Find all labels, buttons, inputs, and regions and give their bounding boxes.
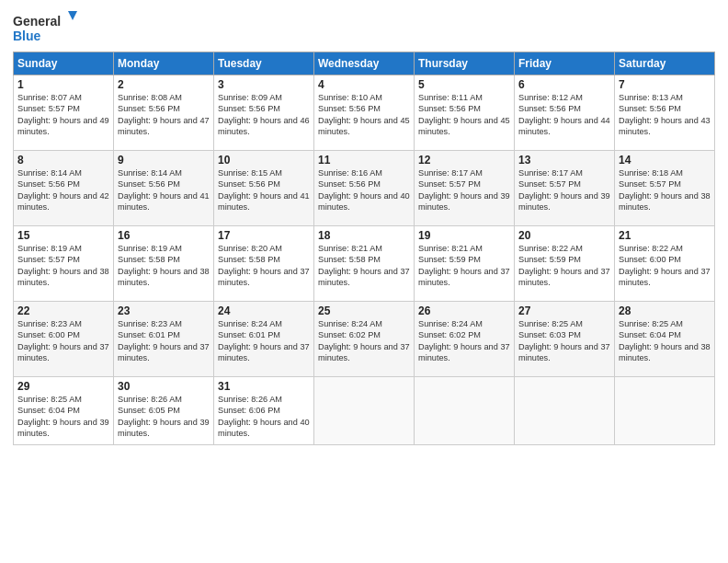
- day-number: 16: [118, 229, 210, 242]
- calendar-cell: 10 Sunrise: 8:15 AMSunset: 5:56 PMDaylig…: [214, 151, 314, 226]
- day-number: 5: [418, 78, 510, 91]
- cell-info: Sunrise: 8:14 AMSunset: 5:56 PMDaylight:…: [17, 168, 109, 212]
- day-number: 14: [619, 154, 711, 167]
- cell-info: Sunrise: 8:14 AMSunset: 5:56 PMDaylight:…: [118, 168, 210, 212]
- day-number: 1: [17, 78, 109, 91]
- cell-info: Sunrise: 8:11 AMSunset: 5:56 PMDaylight:…: [418, 93, 510, 136]
- weekday-header-tuesday: Tuesday: [214, 52, 314, 75]
- calendar-cell: 26 Sunrise: 8:24 AMSunset: 6:02 PMDaylig…: [415, 302, 515, 377]
- calendar-cell: 1 Sunrise: 8:07 AMSunset: 5:57 PMDayligh…: [14, 75, 114, 151]
- day-number: 27: [518, 304, 610, 317]
- cell-info: Sunrise: 8:07 AMSunset: 5:57 PMDaylight:…: [17, 93, 109, 136]
- calendar-cell: 18 Sunrise: 8:21 AMSunset: 5:58 PMDaylig…: [314, 226, 415, 302]
- calendar-cell: [615, 377, 715, 445]
- header: General Blue: [13, 9, 715, 46]
- day-number: 2: [118, 78, 210, 91]
- day-number: 31: [218, 380, 310, 393]
- weekday-header-saturday: Saturday: [615, 52, 715, 75]
- day-number: 25: [318, 304, 410, 317]
- calendar-cell: [415, 377, 515, 445]
- cell-info: Sunrise: 8:19 AMSunset: 5:58 PMDaylight:…: [118, 244, 210, 287]
- calendar-cell: 17 Sunrise: 8:20 AMSunset: 5:58 PMDaylig…: [214, 226, 314, 302]
- calendar-cell: 23 Sunrise: 8:23 AMSunset: 6:01 PMDaylig…: [114, 302, 214, 377]
- day-number: 23: [118, 304, 210, 317]
- day-number: 30: [118, 380, 210, 393]
- day-number: 13: [518, 154, 610, 167]
- cell-info: Sunrise: 8:26 AMSunset: 6:06 PMDaylight:…: [218, 395, 310, 438]
- cell-info: Sunrise: 8:22 AMSunset: 5:59 PMDaylight:…: [518, 244, 610, 287]
- calendar-cell: 31 Sunrise: 8:26 AMSunset: 6:06 PMDaylig…: [214, 377, 314, 445]
- calendar-cell: 29 Sunrise: 8:25 AMSunset: 6:04 PMDaylig…: [14, 377, 114, 445]
- cell-info: Sunrise: 8:25 AMSunset: 6:04 PMDaylight:…: [17, 395, 109, 438]
- calendar-cell: [515, 377, 615, 445]
- day-number: 11: [318, 154, 410, 167]
- day-number: 22: [17, 304, 109, 317]
- weekday-header-monday: Monday: [114, 52, 214, 75]
- cell-info: Sunrise: 8:21 AMSunset: 5:59 PMDaylight:…: [418, 244, 510, 287]
- cell-info: Sunrise: 8:08 AMSunset: 5:56 PMDaylight:…: [118, 93, 210, 136]
- day-number: 3: [218, 78, 310, 91]
- day-number: 21: [619, 229, 711, 242]
- weekday-header-wednesday: Wednesday: [314, 52, 415, 75]
- day-number: 4: [318, 78, 410, 91]
- cell-info: Sunrise: 8:16 AMSunset: 5:56 PMDaylight:…: [318, 168, 410, 212]
- cell-info: Sunrise: 8:24 AMSunset: 6:01 PMDaylight:…: [218, 319, 310, 362]
- cell-info: Sunrise: 8:25 AMSunset: 6:03 PMDaylight:…: [518, 319, 610, 362]
- calendar-cell: 9 Sunrise: 8:14 AMSunset: 5:56 PMDayligh…: [114, 151, 214, 226]
- day-number: 20: [518, 229, 610, 242]
- logo-svg: General Blue: [13, 9, 77, 46]
- cell-info: Sunrise: 8:17 AMSunset: 5:57 PMDaylight:…: [518, 168, 610, 212]
- calendar-cell: 13 Sunrise: 8:17 AMSunset: 5:57 PMDaylig…: [515, 151, 615, 226]
- weekday-header-friday: Friday: [515, 52, 615, 75]
- calendar-cell: 8 Sunrise: 8:14 AMSunset: 5:56 PMDayligh…: [14, 151, 114, 226]
- logo: General Blue: [13, 9, 77, 46]
- calendar-cell: 3 Sunrise: 8:09 AMSunset: 5:56 PMDayligh…: [214, 75, 314, 151]
- calendar-cell: 21 Sunrise: 8:22 AMSunset: 6:00 PMDaylig…: [615, 226, 715, 302]
- page-container: General Blue SundayMondayTuesdayWednesda…: [0, 0, 728, 453]
- cell-info: Sunrise: 8:21 AMSunset: 5:58 PMDaylight:…: [318, 244, 410, 287]
- day-number: 29: [17, 380, 109, 393]
- day-number: 7: [619, 78, 711, 91]
- cell-info: Sunrise: 8:13 AMSunset: 5:56 PMDaylight:…: [619, 93, 711, 136]
- calendar-cell: 16 Sunrise: 8:19 AMSunset: 5:58 PMDaylig…: [114, 226, 214, 302]
- calendar-cell: 20 Sunrise: 8:22 AMSunset: 5:59 PMDaylig…: [515, 226, 615, 302]
- day-number: 17: [218, 229, 310, 242]
- calendar-cell: 28 Sunrise: 8:25 AMSunset: 6:04 PMDaylig…: [615, 302, 715, 377]
- cell-info: Sunrise: 8:25 AMSunset: 6:04 PMDaylight:…: [619, 319, 711, 362]
- day-number: 28: [619, 304, 711, 317]
- day-number: 19: [418, 229, 510, 242]
- cell-info: Sunrise: 8:24 AMSunset: 6:02 PMDaylight:…: [318, 319, 410, 362]
- day-number: 18: [318, 229, 410, 242]
- calendar-cell: [314, 377, 415, 445]
- cell-info: Sunrise: 8:09 AMSunset: 5:56 PMDaylight:…: [218, 93, 310, 136]
- calendar-cell: 22 Sunrise: 8:23 AMSunset: 6:00 PMDaylig…: [14, 302, 114, 377]
- calendar-cell: 12 Sunrise: 8:17 AMSunset: 5:57 PMDaylig…: [415, 151, 515, 226]
- cell-info: Sunrise: 8:15 AMSunset: 5:56 PMDaylight:…: [218, 168, 310, 212]
- day-number: 26: [418, 304, 510, 317]
- cell-info: Sunrise: 8:22 AMSunset: 6:00 PMDaylight:…: [619, 244, 711, 287]
- day-number: 10: [218, 154, 310, 167]
- day-number: 12: [418, 154, 510, 167]
- cell-info: Sunrise: 8:23 AMSunset: 6:00 PMDaylight:…: [17, 319, 109, 362]
- cell-info: Sunrise: 8:18 AMSunset: 5:57 PMDaylight:…: [619, 168, 711, 212]
- calendar-cell: 11 Sunrise: 8:16 AMSunset: 5:56 PMDaylig…: [314, 151, 415, 226]
- svg-text:Blue: Blue: [13, 29, 41, 43]
- calendar-cell: 14 Sunrise: 8:18 AMSunset: 5:57 PMDaylig…: [615, 151, 715, 226]
- calendar-cell: 7 Sunrise: 8:13 AMSunset: 5:56 PMDayligh…: [615, 75, 715, 151]
- calendar-cell: 25 Sunrise: 8:24 AMSunset: 6:02 PMDaylig…: [314, 302, 415, 377]
- weekday-header-row: SundayMondayTuesdayWednesdayThursdayFrid…: [14, 52, 715, 75]
- calendar-cell: 5 Sunrise: 8:11 AMSunset: 5:56 PMDayligh…: [415, 75, 515, 151]
- svg-text:General: General: [13, 14, 61, 29]
- calendar-cell: 4 Sunrise: 8:10 AMSunset: 5:56 PMDayligh…: [314, 75, 415, 151]
- calendar-table: SundayMondayTuesdayWednesdayThursdayFrid…: [13, 52, 715, 445]
- day-number: 15: [17, 229, 109, 242]
- calendar-cell: 24 Sunrise: 8:24 AMSunset: 6:01 PMDaylig…: [214, 302, 314, 377]
- day-number: 9: [118, 154, 210, 167]
- day-number: 24: [218, 304, 310, 317]
- cell-info: Sunrise: 8:23 AMSunset: 6:01 PMDaylight:…: [118, 319, 210, 362]
- weekday-header-thursday: Thursday: [415, 52, 515, 75]
- cell-info: Sunrise: 8:20 AMSunset: 5:58 PMDaylight:…: [218, 244, 310, 287]
- calendar-cell: 30 Sunrise: 8:26 AMSunset: 6:05 PMDaylig…: [114, 377, 214, 445]
- cell-info: Sunrise: 8:19 AMSunset: 5:57 PMDaylight:…: [17, 244, 109, 287]
- cell-info: Sunrise: 8:26 AMSunset: 6:05 PMDaylight:…: [118, 395, 210, 438]
